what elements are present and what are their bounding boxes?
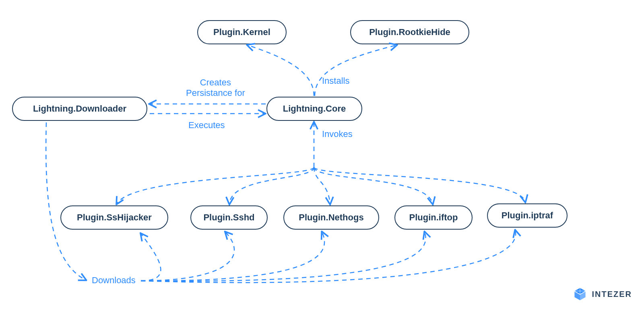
node-plugin-sshijacker: Plugin.SsHijacker — [60, 205, 168, 230]
node-plugin-iptraf: Plugin.iptraf — [487, 203, 568, 228]
node-plugin-nethogs: Plugin.Nethogs — [283, 205, 379, 230]
label-executes: Executes — [188, 120, 225, 131]
label-downloads: Downloads — [92, 275, 136, 286]
label-installs: Installs — [322, 76, 349, 86]
label-invokes: Invokes — [322, 129, 353, 139]
node-plugin-rootkiehide: Plugin.RootkieHide — [350, 20, 469, 44]
node-lightning-downloader: Lightning.Downloader — [12, 97, 147, 121]
brand-text: INTEZER — [592, 290, 632, 299]
node-plugin-iftop: Plugin.iftop — [394, 205, 473, 230]
brand-intezer: INTEZER — [573, 287, 632, 301]
node-plugin-kernel: Plugin.Kernel — [197, 20, 287, 44]
node-lightning-core: Lightning.Core — [266, 97, 362, 121]
node-plugin-sshd: Plugin.Sshd — [190, 205, 268, 230]
label-creates: Creates Persistance for — [186, 77, 245, 99]
cube-icon — [573, 287, 587, 301]
